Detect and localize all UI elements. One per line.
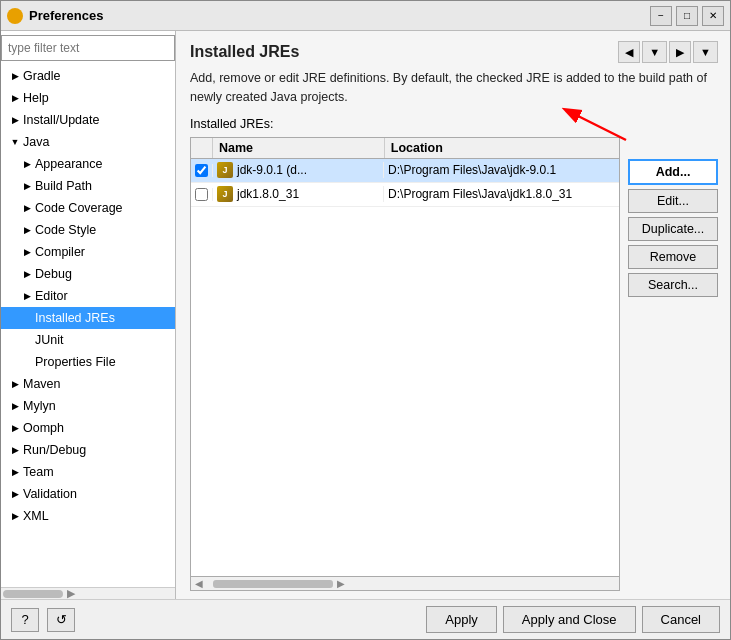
sidebar-item-properties-file[interactable]: Properties File	[1, 351, 175, 373]
sidebar-label-team: Team	[23, 465, 54, 479]
tree-arrow-appearance	[21, 158, 33, 170]
left-panel: GradleHelpInstall/UpdateJavaAppearanceBu…	[1, 31, 176, 599]
cancel-button[interactable]: Cancel	[642, 606, 720, 633]
sidebar-item-oomph[interactable]: Oomph	[1, 417, 175, 439]
scroll-right-arrow[interactable]: ▶	[337, 578, 345, 589]
back-button[interactable]: ◀	[618, 41, 640, 63]
table-scroll-thumb[interactable]	[213, 580, 333, 588]
table-row[interactable]: Jjdk1.8.0_31D:\Program Files\Java\jdk1.8…	[191, 183, 619, 207]
sidebar-label-xml: XML	[23, 509, 49, 523]
header-name: Name	[213, 138, 385, 158]
sidebar-item-mylyn[interactable]: Mylyn	[1, 395, 175, 417]
right-header: Installed JREs ◀ ▼ ▶ ▼	[190, 41, 718, 63]
dialog-icon	[7, 8, 23, 24]
tree-arrow-help	[9, 92, 21, 104]
tree-arrow-run-debug	[9, 444, 21, 456]
sidebar-item-junit[interactable]: JUnit	[1, 329, 175, 351]
nav-dropdown-back[interactable]: ▼	[642, 41, 667, 63]
row-location-jdk9: D:\Program Files\Java\jdk-9.0.1	[384, 163, 619, 177]
row-name-jdk18: Jjdk1.8.0_31	[213, 186, 384, 202]
row-location-jdk18: D:\Program Files\Java\jdk1.8.0_31	[384, 187, 619, 201]
restore-defaults-button[interactable]: ↺	[47, 608, 75, 632]
minimize-button[interactable]: −	[650, 6, 672, 26]
table-row[interactable]: Jjdk-9.0.1 (d...D:\Program Files\Java\jd…	[191, 159, 619, 183]
apply-and-close-button[interactable]: Apply and Close	[503, 606, 636, 633]
section-label: Installed JREs:	[190, 117, 718, 131]
sidebar-item-appearance[interactable]: Appearance	[1, 153, 175, 175]
tree-arrow-editor	[21, 290, 33, 302]
tree-arrow-installed-jres	[21, 312, 33, 324]
title-bar: Preferences − □ ✕	[1, 1, 730, 31]
tree-arrow-install-update	[9, 114, 21, 126]
table-rows: Jjdk-9.0.1 (d...D:\Program Files\Java\jd…	[191, 159, 619, 577]
sidebar-label-validation: Validation	[23, 487, 77, 501]
side-buttons: Add... Edit... Duplicate... Remove Searc…	[628, 137, 718, 592]
dialog-title: Preferences	[29, 8, 650, 23]
sidebar-item-compiler[interactable]: Compiler	[1, 241, 175, 263]
add-button[interactable]: Add...	[628, 159, 718, 185]
checkbox-jdk9[interactable]	[195, 164, 208, 177]
sidebar-item-debug[interactable]: Debug	[1, 263, 175, 285]
tree-arrow-properties-file	[21, 356, 33, 368]
row-check-jdk18[interactable]	[191, 188, 213, 201]
tree-view: GradleHelpInstall/UpdateJavaAppearanceBu…	[1, 65, 175, 587]
bottom-bar: ? ↺ Apply Apply and Close Cancel	[1, 599, 730, 639]
jre-icon-jdk18: J	[217, 186, 233, 202]
tree-arrow-debug	[21, 268, 33, 280]
scroll-left-arrow[interactable]: ◀	[195, 578, 203, 589]
description-text: Add, remove or edit JRE definitions. By …	[190, 69, 718, 107]
sidebar-item-help[interactable]: Help	[1, 87, 175, 109]
right-panel: Installed JREs ◀ ▼ ▶ ▼ Add, remove or ed…	[176, 31, 730, 599]
edit-button[interactable]: Edit...	[628, 189, 718, 213]
sidebar-item-build-path[interactable]: Build Path	[1, 175, 175, 197]
sidebar-label-run-debug: Run/Debug	[23, 443, 86, 457]
forward-button[interactable]: ▶	[669, 41, 691, 63]
tree-arrow-xml	[9, 510, 21, 522]
sidebar-item-code-coverage[interactable]: Code Coverage	[1, 197, 175, 219]
sidebar-item-installed-jres[interactable]: Installed JREs	[1, 307, 175, 329]
close-button[interactable]: ✕	[702, 6, 724, 26]
jre-table: Name Location Jjdk-9.0.1 (d...D:\Program…	[190, 137, 620, 592]
sidebar-item-java[interactable]: Java	[1, 131, 175, 153]
duplicate-button[interactable]: Duplicate...	[628, 217, 718, 241]
row-check-jdk9[interactable]	[191, 164, 213, 177]
sidebar-item-install-update[interactable]: Install/Update	[1, 109, 175, 131]
sidebar-item-maven[interactable]: Maven	[1, 373, 175, 395]
sidebar-item-validation[interactable]: Validation	[1, 483, 175, 505]
jre-icon-jdk9: J	[217, 162, 233, 178]
sidebar-item-editor[interactable]: Editor	[1, 285, 175, 307]
scroll-thumb[interactable]	[3, 590, 63, 598]
remove-button[interactable]: Remove	[628, 245, 718, 269]
filter-input[interactable]	[1, 35, 175, 61]
sidebar-label-maven: Maven	[23, 377, 61, 391]
sidebar-item-run-debug[interactable]: Run/Debug	[1, 439, 175, 461]
apply-button[interactable]: Apply	[426, 606, 497, 633]
checkbox-jdk18[interactable]	[195, 188, 208, 201]
maximize-button[interactable]: □	[676, 6, 698, 26]
sidebar-item-team[interactable]: Team	[1, 461, 175, 483]
sidebar-item-gradle[interactable]: Gradle	[1, 65, 175, 87]
header-location: Location	[385, 138, 619, 158]
sidebar-label-oomph: Oomph	[23, 421, 64, 435]
table-scrollbar-h[interactable]: ◀ ▶	[191, 576, 619, 590]
tree-arrow-code-coverage	[21, 202, 33, 214]
sidebar-item-code-style[interactable]: Code Style	[1, 219, 175, 241]
sidebar-label-debug: Debug	[35, 267, 72, 281]
sidebar-label-editor: Editor	[35, 289, 68, 303]
tree-arrow-validation	[9, 488, 21, 500]
horizontal-scrollbar[interactable]: ▶	[1, 587, 175, 599]
sidebar-label-java: Java	[23, 135, 49, 149]
preferences-dialog: Preferences − □ ✕ GradleHelpInstall/Upda…	[0, 0, 731, 640]
nav-arrows: ◀ ▼ ▶ ▼	[618, 41, 718, 63]
help-button[interactable]: ?	[11, 608, 39, 632]
sidebar-label-install-update: Install/Update	[23, 113, 99, 127]
tree-arrow-compiler	[21, 246, 33, 258]
sidebar-label-installed-jres: Installed JREs	[35, 311, 115, 325]
search-button[interactable]: Search...	[628, 273, 718, 297]
row-name-jdk9: Jjdk-9.0.1 (d...	[213, 162, 384, 178]
tree-arrow-java	[9, 136, 21, 148]
nav-dropdown-forward[interactable]: ▼	[693, 41, 718, 63]
sidebar-label-help: Help	[23, 91, 49, 105]
sidebar-item-xml[interactable]: XML	[1, 505, 175, 527]
row-name-text-jdk9: jdk-9.0.1 (d...	[237, 163, 307, 177]
